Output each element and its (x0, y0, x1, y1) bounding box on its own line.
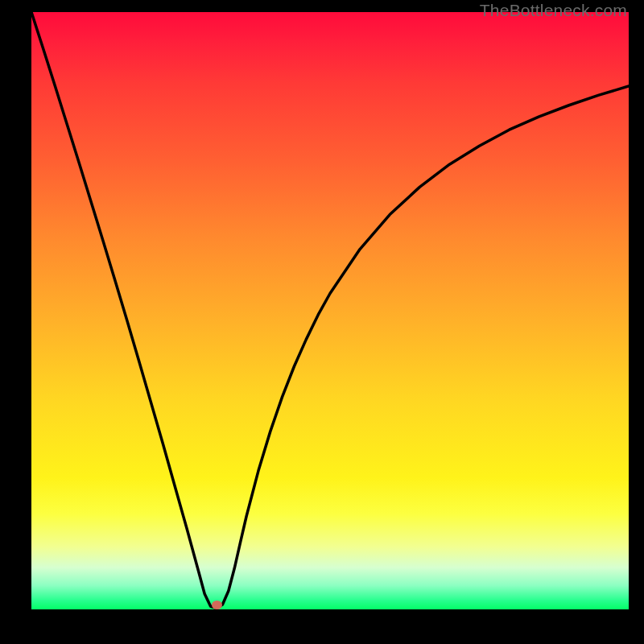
chart-frame: TheBottleneck.com (31, 12, 629, 609)
watermark-text: TheBottleneck.com (480, 1, 627, 20)
optimal-point-marker (212, 601, 222, 609)
curve-path (31, 12, 629, 609)
bottleneck-curve (31, 12, 629, 609)
